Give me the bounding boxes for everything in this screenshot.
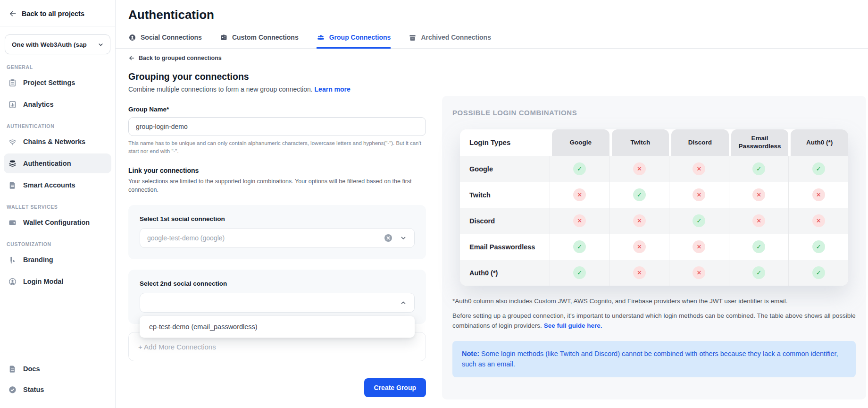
people-icon: [317, 33, 325, 42]
group-name-helper: This name has to be unique and can only …: [128, 139, 426, 156]
section-label-authentication: AUTHENTICATION: [7, 123, 115, 129]
combo-column-header: Discord: [671, 129, 729, 156]
section-label-wallet-services: WALLET SERVICES: [7, 204, 115, 210]
dropdown-option-ep-test-demo[interactable]: ep-test-demo (email_passwordless): [140, 316, 415, 338]
sidebar-item-status[interactable]: Status: [4, 380, 111, 400]
sidebar-item-login-modal[interactable]: Login Modal: [4, 272, 111, 291]
clipboard-icon: [8, 78, 17, 87]
tab-group-connections[interactable]: Group Connections: [317, 33, 391, 49]
combo-cell: ✓: [788, 260, 848, 286]
form-description-text: Combine multiple connections to form a n…: [128, 85, 313, 93]
combo-column-header: Twitch: [612, 129, 669, 156]
tab-archived-connections[interactable]: Archived Connections: [409, 33, 491, 49]
tab-bar: Social Connections Custom Connections Gr…: [116, 33, 868, 49]
first-connection-label: Select 1st social connection: [140, 215, 415, 222]
combinations-panel-title: POSSIBLE LOGIN COMBINATIONS: [452, 109, 856, 117]
cross-icon: ✕: [633, 266, 646, 279]
combo-cell: ✕: [669, 182, 729, 208]
back-to-all-projects[interactable]: Back to all projects: [0, 0, 115, 26]
cross-icon: ✕: [812, 188, 825, 201]
combo-cell: ✕: [609, 234, 669, 260]
chevron-down-icon[interactable]: [400, 234, 407, 242]
connection-dropdown: ep-test-demo (email_passwordless): [140, 316, 415, 338]
combo-row-label: Email Passwordless: [460, 234, 550, 260]
combo-cell: ✓: [669, 208, 729, 234]
cross-icon: ✕: [633, 162, 646, 175]
stack-icon: [8, 159, 17, 168]
check-icon: ✓: [752, 240, 765, 253]
auth0-footnote: *Auth0 column also includes Custom JWT, …: [452, 298, 856, 305]
form-heading: Grouping your connections: [128, 71, 426, 82]
badge-icon: [220, 34, 228, 42]
back-to-grouped-connections[interactable]: Back to grouped connections: [128, 55, 426, 61]
main: Authentication Social Connections Custom…: [116, 0, 868, 408]
grouping-form: Back to grouped connections Grouping you…: [128, 49, 426, 408]
sidebar-item-analytics[interactable]: Analytics: [4, 94, 111, 114]
sidebar-item-wallet-configuration[interactable]: Wallet Configuration: [4, 212, 111, 232]
check-icon: ✓: [573, 162, 586, 175]
group-name-label: Group Name*: [128, 106, 426, 113]
group-name-input[interactable]: [128, 117, 426, 136]
cross-icon: ✕: [633, 240, 646, 253]
sidebar-item-chains-networks[interactable]: Chains & Networks: [4, 132, 111, 152]
sidebar-item-label: Branding: [23, 256, 53, 264]
combo-column-header: Email Passwordless: [731, 129, 789, 156]
back-to-all-projects-label: Back to all projects: [22, 10, 84, 17]
sidebar-item-project-settings[interactable]: Project Settings: [4, 73, 111, 93]
divider: [0, 26, 115, 26]
combo-row: Twitch✕✓✕✕✕: [460, 182, 848, 208]
combo-header-row: Login TypesGoogleTwitchDiscordEmail Pass…: [460, 129, 848, 156]
note-box: Note: Some login methods (like Twitch an…: [452, 341, 856, 377]
archive-icon: [409, 34, 417, 42]
clear-icon[interactable]: [384, 233, 393, 243]
check-icon: ✓: [812, 240, 825, 253]
check-icon: ✓: [633, 188, 646, 201]
sidebar-item-smart-accounts[interactable]: Smart Accounts: [4, 175, 111, 195]
chevron-down-icon: [97, 41, 104, 48]
combo-cell: ✓: [788, 234, 848, 260]
form-description: Combine multiple connections to form a n…: [128, 85, 426, 93]
sidebar-item-label: Analytics: [23, 101, 53, 108]
first-connection-card: Select 1st social connection google-test…: [128, 205, 426, 259]
combo-row: Email Passwordless✓✕✕✓✓: [460, 234, 848, 260]
combo-cell: ✕: [788, 182, 848, 208]
combo-cell: ✕: [788, 208, 848, 234]
check-icon: ✓: [573, 240, 586, 253]
sidebar-item-branding[interactable]: Branding: [4, 250, 111, 270]
combo-cell: ✓: [729, 234, 789, 260]
tab-label: Custom Connections: [232, 34, 299, 41]
cross-icon: ✕: [633, 214, 646, 227]
cross-icon: ✕: [752, 214, 765, 227]
back-arrow-icon: [8, 9, 17, 18]
person-icon: [128, 34, 136, 42]
check-circle-icon: [8, 385, 17, 394]
content: Back to grouped connections Grouping you…: [116, 49, 868, 408]
cross-icon: ✕: [693, 240, 705, 253]
combo-cell: ✕: [550, 208, 609, 234]
tab-social-connections[interactable]: Social Connections: [128, 33, 202, 49]
cross-icon: ✕: [573, 188, 586, 201]
second-connection-select[interactable]: [140, 293, 415, 313]
section-label-general: GENERAL: [7, 64, 115, 70]
combo-row-label: Google: [460, 156, 550, 182]
guide-link[interactable]: See full guide here.: [544, 322, 602, 329]
sidebar-item-label: Smart Accounts: [23, 181, 75, 189]
tab-label: Group Connections: [329, 34, 391, 41]
sidebar-item-authentication[interactable]: Authentication: [4, 153, 111, 173]
chevron-up-icon[interactable]: [400, 299, 407, 306]
sidebar-item-label: Project Settings: [23, 79, 75, 86]
cross-icon: ✕: [693, 162, 705, 175]
sidebar-footer: Docs Status: [0, 352, 115, 408]
create-group-button[interactable]: Create Group: [364, 378, 426, 397]
cross-icon: ✕: [752, 188, 765, 201]
sidebar-item-label: Authentication: [23, 160, 71, 167]
link-connections-description: Your selections are limited to the suppo…: [128, 177, 426, 195]
sidebar-item-docs[interactable]: Docs: [4, 359, 111, 379]
sidebar-item-label: Wallet Configuration: [23, 219, 90, 226]
cross-icon: ✕: [573, 214, 586, 227]
learn-more-link[interactable]: Learn more: [315, 85, 351, 93]
tab-custom-connections[interactable]: Custom Connections: [220, 33, 299, 49]
first-connection-select[interactable]: google-test-demo (google): [140, 228, 415, 248]
cross-icon: ✕: [693, 266, 705, 279]
project-selector[interactable]: One with Web3Auth (sap: [5, 34, 110, 54]
